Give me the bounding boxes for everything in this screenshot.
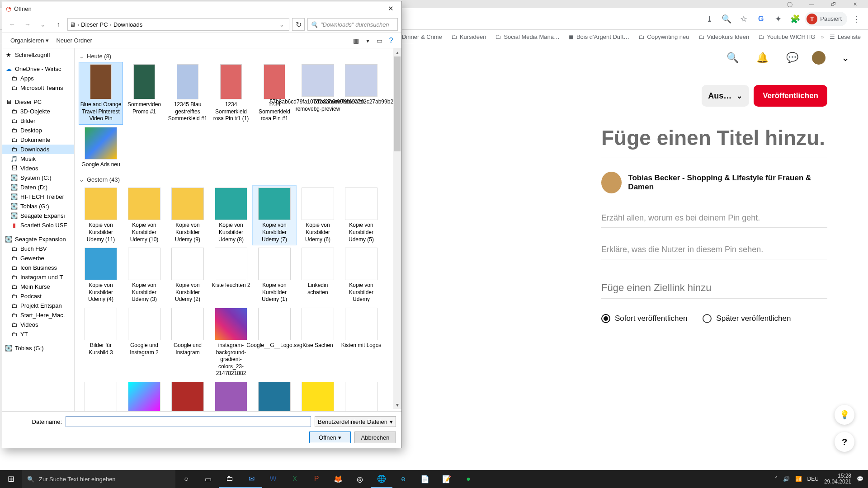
bookmark-item[interactable]: 🗀Kursideen — [448, 32, 490, 42]
tree-item[interactable]: 🎞Videos — [2, 164, 74, 173]
mail-icon[interactable]: ✉ — [241, 470, 262, 488]
file-item[interactable]: 1234 Sommerkleid rosa Pin #1 — [253, 62, 296, 124]
user-avatar[interactable] — [812, 51, 826, 65]
cancel-button[interactable]: Abbrechen — [354, 432, 396, 443]
file-item[interactable]: 57b8ab6cd79fa107d2c27ab99b269a20-removeb… — [296, 62, 340, 124]
file-item[interactable]: Bilder für Kursbild — [340, 380, 383, 411]
bookmark-item[interactable]: 🗀Videokurs Ideen — [695, 32, 753, 42]
pin-alt-input[interactable]: Erkläre, was die Nutzer in diesem Pin se… — [601, 240, 827, 259]
google-translate-icon[interactable]: G — [753, 11, 769, 27]
nav-back-button[interactable]: ← — [6, 18, 19, 31]
tree-item[interactable]: 🗀Icon Business — [2, 263, 74, 272]
open-button[interactable]: Öffnen ▾ — [309, 432, 351, 443]
group-today-header[interactable]: ⌄Heute (8) — [79, 51, 398, 62]
filename-input[interactable] — [66, 416, 311, 427]
organize-button[interactable]: Organisieren▾ — [7, 35, 52, 46]
tree-seagate[interactable]: 💽Seagate Expansion — [2, 235, 74, 244]
browser-extra-btn[interactable]: ◯ — [779, 0, 800, 8]
tree-item[interactable]: 🗀Instagram und T — [2, 272, 74, 282]
new-folder-button[interactable]: Neuer Ordner — [52, 35, 95, 46]
publish-button[interactable]: Veröffentlichen — [754, 85, 827, 107]
file-item[interactable]: Kise Sachen — [296, 306, 340, 379]
tree-item[interactable]: 🗀Buch FBV — [2, 244, 74, 253]
folder-tree[interactable]: ★Schnellzugriff ☁OneDrive - Wirtsc 🗀Apps… — [2, 48, 75, 411]
file-item[interactable]: Kopie von Kursbilder Udemy (5) — [340, 186, 383, 245]
filetype-select[interactable]: Benutzerdefinierte Dateien▾ — [315, 416, 396, 427]
file-item[interactable]: Kopie von Kursbilder Udemy — [340, 246, 383, 305]
tree-item[interactable]: 🗀Bilder — [2, 116, 74, 126]
spotify-icon[interactable]: ● — [458, 470, 479, 488]
view-mode-button[interactable]: ▥ — [350, 35, 362, 47]
search-icon[interactable]: 🔍 — [722, 48, 742, 68]
tree-item[interactable]: 🎵Musik — [2, 154, 74, 164]
file-item[interactable]: Blue and Orange Travel Pinterest Video P… — [79, 62, 123, 124]
file-item[interactable]: Kopie von Kursbilder Udemy (7) — [253, 186, 296, 245]
reading-list[interactable]: ☰Leseliste — [826, 32, 864, 42]
file-item[interactable]: Google__G__Logo.svg — [253, 306, 296, 379]
star-icon[interactable]: ☆ — [736, 11, 751, 27]
pin-link-input[interactable]: Füge einen Ziellink hinzu — [601, 277, 827, 299]
file-item[interactable]: Kopie von Kursbilder Udemy (6) — [296, 186, 340, 245]
chevron-down-icon[interactable]: ⌄ — [277, 21, 287, 28]
file-item[interactable]: Kopie von Kursbilder Udemy (3) — [123, 246, 166, 305]
nav-forward-button[interactable]: → — [21, 18, 34, 31]
bookmark-item[interactable]: 🗀Social Media Mana… — [491, 32, 563, 42]
tree-item[interactable]: 💽Tobias (G:) — [2, 202, 74, 211]
excel-icon[interactable]: X — [284, 470, 306, 488]
tree-item[interactable]: 🗀YT — [2, 329, 74, 339]
word-icon[interactable]: W — [262, 470, 284, 488]
board-select[interactable]: Aus…⌄ — [702, 85, 749, 107]
help-button[interactable]: ? — [835, 432, 854, 452]
chevron-down-icon[interactable]: ▾ — [362, 35, 373, 47]
tree-item[interactable]: 🗀Start_Here_Mac. — [2, 310, 74, 320]
extensions-icon[interactable]: 🧩 — [788, 11, 803, 27]
file-item[interactable]: Kopie von Kursbilder Udemy (10) — [123, 186, 166, 245]
file-item[interactable]: WordPress_blue_logo.svg — [253, 380, 296, 411]
refresh-button[interactable]: ↻ — [292, 18, 305, 31]
tree-onedrive[interactable]: ☁OneDrive - Wirtsc — [2, 64, 74, 74]
tree-item[interactable]: 💽Seagate Expansi — [2, 211, 74, 221]
browser-close-btn[interactable]: ✕ — [844, 0, 865, 8]
taskviewураicon[interactable]: ▭ — [197, 470, 219, 488]
chat-icon[interactable]: 💬 — [782, 48, 802, 68]
browser-minimize-btn[interactable]: — — [801, 0, 822, 8]
wifi-icon[interactable]: 📶 — [795, 476, 802, 482]
clock[interactable]: 15:28 29.04.2021 — [824, 473, 851, 485]
browser-profile-chip[interactable]: T Pausiert — [805, 12, 847, 26]
tree-item[interactable]: 🗀Videos — [2, 320, 74, 329]
tree-tobias[interactable]: 💽Tobias (G:) — [2, 343, 74, 353]
zoom-icon[interactable]: 🔍 — [719, 11, 734, 27]
tree-item[interactable]: ▮Scarlett Solo USE — [2, 221, 74, 230]
file-item[interactable]: Google und Instagram — [166, 306, 209, 379]
tree-item[interactable]: 🗀Mein Kurse — [2, 282, 74, 291]
tree-item[interactable]: 🗀Dokumente — [2, 135, 74, 145]
notes-icon[interactable]: 📝 — [436, 470, 458, 488]
radio-publish-now[interactable]: Sofort veröffentlichen — [601, 314, 687, 323]
tray-chevron-icon[interactable]: ˄ — [775, 476, 778, 482]
tree-quick-access[interactable]: ★Schnellzugriff — [2, 50, 74, 60]
nav-up-button[interactable]: ↑ — [52, 18, 65, 31]
file-item[interactable]: free-quora-logo-icon-2439-thumb — [166, 380, 209, 411]
tree-item[interactable]: 🗀Microsoft Teams — [2, 83, 74, 93]
scroll-up-button[interactable]: ▲ — [393, 48, 401, 56]
notifications-icon[interactable]: 💬 — [857, 476, 863, 482]
tree-this-pc[interactable]: 🖥Dieser PC — [2, 97, 74, 107]
file-item[interactable]: Kopie von Kursbilder Udemy (4) — [79, 246, 123, 305]
bookmark-item[interactable]: ◼Bois d'Argent Duft… — [565, 32, 633, 42]
pin-description-input[interactable]: Erzähl allen, worum es bei deinem Pin ge… — [601, 209, 827, 228]
file-item[interactable]: Google Ads neu — [79, 125, 123, 170]
file-item[interactable]: Kisten mit Logos — [340, 306, 383, 379]
taskbar-search-input[interactable]: 🔍Zur Suche Text hier eingeben — [22, 470, 175, 488]
file-item[interactable]: Kopie von Kursbilder Udemy (9) — [166, 186, 209, 245]
install-app-icon[interactable]: ⤓ — [702, 11, 717, 27]
volume-icon[interactable]: 🔊 — [783, 476, 790, 482]
chevron-down-icon[interactable]: ⌄ — [37, 18, 49, 31]
tree-item[interactable]: 🗀Projekt Entspan — [2, 301, 74, 310]
bookmark-item[interactable]: 🗀Youtube WICHTIG — [755, 32, 819, 42]
tree-item[interactable]: 🗀Gewerbe — [2, 253, 74, 263]
cortana-icon[interactable]: ○ — [175, 470, 197, 488]
file-item[interactable]: 12345 Blau gestreiftes Sommerkleid #1 — [166, 62, 209, 124]
explorer-icon[interactable]: 🗀 — [219, 470, 241, 488]
file-item[interactable]: Thumbnail — [123, 380, 166, 411]
tree-item[interactable]: 🗀Apps — [2, 74, 74, 83]
